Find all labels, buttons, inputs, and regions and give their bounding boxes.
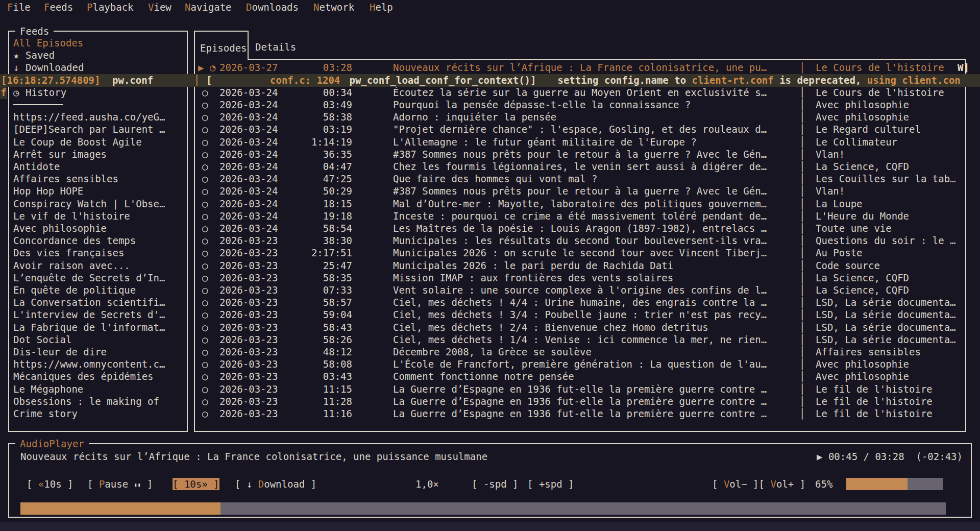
sidebar-item-label: En quête de politique <box>13 284 136 296</box>
log-pipe: │ <box>194 74 200 86</box>
episode-row[interactable]: ○2026-03-232:17:51Municipales 2026 : on … <box>195 247 965 259</box>
sidebar-item-all-episodes[interactable]: All Episodes <box>9 37 187 50</box>
episode-row[interactable]: ○2026-03-2403:49Pourquoi la pensée dépas… <box>195 99 965 111</box>
episode-duration: 11:28 <box>281 395 352 407</box>
log-location: conf.c: 1204 <box>270 74 340 86</box>
episode-title: L'Allemagne : le futur géant militaire d… <box>393 136 790 148</box>
sidebar-item-le-vif-de-l-histoire[interactable]: Le vif de l'histoire <box>9 210 187 223</box>
menu-item-playback[interactable]: Playback <box>87 1 134 13</box>
unplayed-icon: ○ <box>202 346 208 358</box>
sidebar-item-https-www-omnycontent-c[interactable]: https://www.omnycontent.c… <box>9 358 187 371</box>
sidebar-item-l-interview-de-secrets-d[interactable]: L'interview de Secrets d'… <box>9 308 187 321</box>
episode-title: #387 Sommes nous prêts pour le retour à … <box>393 185 790 197</box>
sidebar-item-label: Affaires sensibles <box>13 173 118 185</box>
episode-row[interactable]: ○2026-03-2303:43Comment fonctionne notre… <box>195 370 965 383</box>
sidebar-item-affaires-sensibles[interactable]: Affaires sensibles <box>9 173 187 185</box>
episode-row[interactable]: ○2026-03-2458:54Les Maîtres de la poésie… <box>195 222 965 235</box>
episode-row[interactable]: ○2026-03-2458:38Adorno : inquiéter la pe… <box>195 111 965 124</box>
sidebar-item-le-coup-de-boost-agile[interactable]: Le Coup de Boost Agile <box>9 136 187 149</box>
sidebar-item-dot-social[interactable]: Dot Social <box>9 333 187 346</box>
sidebar-item-le-m-gaphone[interactable]: Le Mégaphone <box>9 383 187 396</box>
episode-row[interactable]: ○2026-03-2450:29#387 Sommes nous prêts p… <box>195 185 965 198</box>
unplayed-icon: ○ <box>202 284 208 296</box>
episode-row[interactable]: ○2026-03-2436:35#387 Sommes nous prêts p… <box>195 148 965 161</box>
progress-bar[interactable] <box>20 502 946 515</box>
episode-row[interactable]: ○2026-03-2404:47Chez les fourmis légionn… <box>195 160 965 173</box>
download-button[interactable]: [ ↓ Download ] <box>235 478 316 490</box>
episode-row[interactable]: ○2026-03-2358:08L'École de Francfort, pr… <box>195 358 965 371</box>
episode-row[interactable]: ○2026-03-2338:30Municipales : les résult… <box>195 234 965 247</box>
star-icon: ★ <box>13 49 19 61</box>
pause-button[interactable]: [ Pause ▮▮ ] <box>87 478 153 491</box>
episode-row[interactable]: ○2026-03-2311:15La Guerre d’Espagne en 1… <box>195 383 965 396</box>
speed-down-button[interactable]: [ -spd ] <box>472 478 519 490</box>
episode-row[interactable]: ○2026-03-2325:47Municipales 2026 : le pa… <box>195 259 965 272</box>
episode-date: 2026-03-23 <box>219 321 278 333</box>
sidebar-item-m-caniques-des-pid-mies[interactable]: Mécaniques des épidémies <box>9 370 187 383</box>
sidebar-item-obsessions-le-making-of[interactable]: Obsessions : le making of <box>9 395 187 408</box>
sidebar-item-avec-philosophie[interactable]: Avec philosophie <box>9 222 187 235</box>
rewind-10s-button[interactable]: [ «10s ] <box>27 478 74 490</box>
episode-row[interactable]: ▶ ◔2026-03-2703:28Nouveaux récits sur l’… <box>195 61 965 74</box>
episode-row[interactable]: ○2026-03-2447:25Que faire des hommes qui… <box>195 173 965 185</box>
episode-row[interactable]: ○2026-03-2358:26Ciel, mes déchets ! 1/4 … <box>195 333 965 346</box>
sidebar-item-arr-t-sur-images[interactable]: Arrêt sur images <box>9 148 187 161</box>
episode-feed: Le Cours de l'histoire <box>816 61 957 74</box>
episode-row[interactable]: ○2026-03-2403:19"Projet dernière chance"… <box>195 123 965 136</box>
sidebar-item-la-fabrique-de-l-informat[interactable]: La Fabrique de l'informat… <box>9 321 187 334</box>
episode-row[interactable]: ○2026-03-2418:15Mal d’Outre-mer : Mayott… <box>195 198 965 210</box>
unplayed-icon: ○ <box>202 370 208 382</box>
episode-title: Mal d’Outre-mer : Mayotte, laboratoire d… <box>393 198 790 210</box>
column-separator: │ <box>799 136 805 148</box>
sidebar-item-history[interactable]: ◷History <box>9 86 187 99</box>
volume-buttons[interactable]: [ Vol− ][ Vol+ ] <box>712 478 805 490</box>
sidebar-item-https-feed-ausha-co-yeg[interactable]: https://feed.ausha.co/yeG… <box>9 111 187 124</box>
episode-row[interactable]: ○2026-03-2358:35Mission IMAP : aux front… <box>195 272 965 284</box>
episode-row[interactable]: ○2026-03-2311:16La Guerre d’Espagne en 1… <box>195 407 965 420</box>
episode-row[interactable]: ○2026-03-2358:43Ciel, mes déchets ! 2/4 … <box>195 321 965 334</box>
episode-feed: Le fil de l'histoire <box>816 395 957 407</box>
sidebar-item-en-qu-te-de-politique[interactable]: En quête de politique <box>9 284 187 297</box>
episode-title: Comment fonctionne notre pensée <box>393 370 790 382</box>
speed-up-button[interactable]: [ +spd ] <box>527 478 574 490</box>
episode-row[interactable]: ○2026-03-2307:33Vent solaire : une sourc… <box>195 284 965 297</box>
menu-item-file[interactable]: File <box>7 1 31 13</box>
episode-row[interactable]: ○2026-03-2400:34Écoutez la série sur la … <box>195 86 965 99</box>
sidebar-item-la-conversation-scientifi[interactable]: La Conversation scientifi… <box>9 296 187 309</box>
forward-10s-button[interactable]: [ 10s» ] <box>173 478 219 490</box>
episode-duration: 04:47 <box>281 160 352 173</box>
episode-row[interactable]: ○2026-03-241:14:19L'Allemagne : le futur… <box>195 136 965 149</box>
sidebar-item-hop-hop-hope[interactable]: Hop Hop HOPE <box>9 185 187 198</box>
volume-bar[interactable] <box>846 478 943 490</box>
episode-feed: Le Cours de l'histoire <box>816 86 957 99</box>
sidebar-item-dis-leur-de-dire[interactable]: Dis-leur de dire <box>9 346 187 358</box>
episode-date: 2026-03-23 <box>219 272 278 284</box>
episode-row[interactable]: ○2026-03-2419:18Inceste : pourquoi ce cr… <box>195 210 965 223</box>
episode-row[interactable]: ○2026-03-2348:12Décembre 2008, la Grèce … <box>195 346 965 358</box>
log-function: pw_conf_load_conf_for_context()] <box>344 74 536 86</box>
episode-date: 2026-03-24 <box>219 173 278 185</box>
episode-date: 2026-03-23 <box>219 234 278 247</box>
column-separator: │ <box>799 160 805 173</box>
episode-row[interactable]: ○2026-03-2359:04Ciel, mes déchets ! 3/4 … <box>195 308 965 321</box>
menu-item-feeds[interactable]: Feeds <box>44 1 73 13</box>
sidebar-item-des-vies-fran-aises[interactable]: Des vies françaises <box>9 247 187 259</box>
sidebar-item-avoir-raison-avec[interactable]: Avoir raison avec... <box>9 259 187 272</box>
episode-duration: 47:25 <box>281 173 352 185</box>
menu-item-view[interactable]: View <box>148 1 172 13</box>
episode-row[interactable]: ○2026-03-2311:28La Guerre d’Espagne en 1… <box>195 395 965 408</box>
sidebar-item-l-enqu-te-de-secrets-d-in[interactable]: L’enquête de Secrets d’In… <box>9 272 187 284</box>
episode-row[interactable]: ○2026-03-2358:57Ciel, mes déchets ! 4/4 … <box>195 296 965 309</box>
unplayed-icon: ○ <box>202 272 208 284</box>
sidebar-item-saved[interactable]: ★Saved <box>9 49 187 62</box>
episode-feed: La Science, CQFD <box>816 272 957 284</box>
sidebar-item-crime-story[interactable]: Crime story <box>9 407 187 420</box>
sidebar-item-deep-search-par-laurent[interactable]: [DEEP]Search par Laurent … <box>9 123 187 136</box>
sidebar-item-antidote[interactable]: Antidote <box>9 160 187 173</box>
sidebar-item-conspiracy-watch-l-obse[interactable]: Conspiracy Watch | L'Obse… <box>9 198 187 210</box>
episode-date: 2026-03-24 <box>219 123 278 135</box>
sidebar-item-concordance-des-temps[interactable]: Concordance des temps <box>9 234 187 247</box>
sidebar-item-downloaded[interactable]: ↓Downloaded <box>9 61 187 74</box>
sidebar-item-label: Downloaded <box>26 61 84 74</box>
feeds-list-separator <box>9 99 187 111</box>
